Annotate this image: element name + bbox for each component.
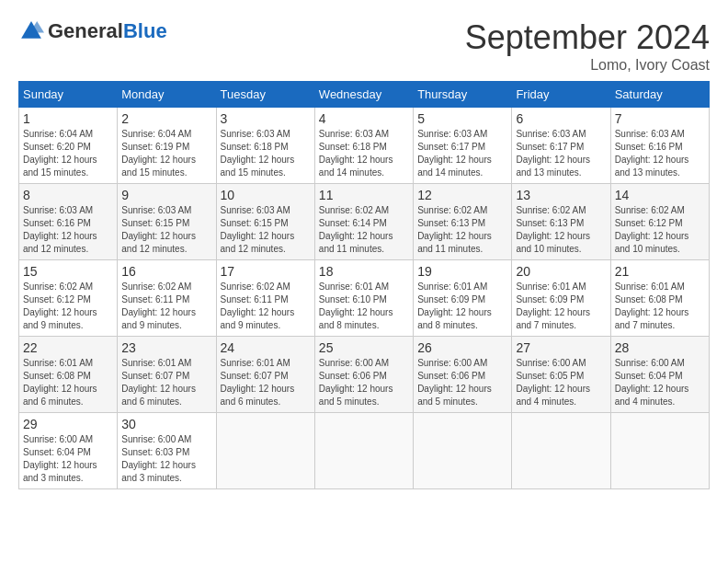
logo-blue: Blue <box>123 19 167 42</box>
day-content-17: Sunrise: 6:02 AM Sunset: 6:11 PM Dayligh… <box>221 281 311 332</box>
day-content-28: Sunrise: 6:00 AM Sunset: 6:04 PM Dayligh… <box>615 357 705 408</box>
day-content-8: Sunrise: 6:03 AM Sunset: 6:16 PM Dayligh… <box>23 204 113 256</box>
day-content-18: Sunrise: 6:01 AM Sunset: 6:10 PM Dayligh… <box>319 281 409 332</box>
day-cell-11: 11 Sunrise: 6:02 AM Sunset: 6:14 PM Dayl… <box>314 184 413 260</box>
day-number-17: 17 <box>221 264 311 279</box>
day-content-1: Sunrise: 6:04 AM Sunset: 6:20 PM Dayligh… <box>23 128 113 179</box>
day-number-6: 6 <box>516 111 606 126</box>
day-number-2: 2 <box>121 111 211 126</box>
day-content-3: Sunrise: 6:03 AM Sunset: 6:18 PM Dayligh… <box>221 128 311 179</box>
day-content-30: Sunrise: 6:00 AM Sunset: 6:03 PM Dayligh… <box>121 433 211 485</box>
day-content-23: Sunrise: 6:01 AM Sunset: 6:07 PM Dayligh… <box>121 357 211 408</box>
weekday-header-row: Sunday Monday Tuesday Wednesday Thursday… <box>19 82 710 108</box>
day-number-4: 4 <box>319 111 409 126</box>
week-row-2: 8 Sunrise: 6:03 AM Sunset: 6:16 PM Dayli… <box>19 184 710 260</box>
day-number-12: 12 <box>417 188 507 202</box>
empty-cell-4-4 <box>414 413 512 489</box>
week-row-5: 29 Sunrise: 6:00 AM Sunset: 6:04 PM Dayl… <box>19 413 710 489</box>
empty-cell-4-2 <box>216 413 314 489</box>
day-cell-16: 16 Sunrise: 6:02 AM Sunset: 6:11 PM Dayl… <box>118 260 216 337</box>
day-cell-9: 9 Sunrise: 6:03 AM Sunset: 6:15 PM Dayli… <box>118 184 216 260</box>
day-number-16: 16 <box>121 264 211 279</box>
day-content-13: Sunrise: 6:02 AM Sunset: 6:13 PM Dayligh… <box>516 204 606 256</box>
header-saturday: Saturday <box>610 82 709 108</box>
day-cell-14: 14 Sunrise: 6:02 AM Sunset: 6:12 PM Dayl… <box>610 184 709 260</box>
day-number-13: 13 <box>516 188 606 202</box>
day-cell-24: 24 Sunrise: 6:01 AM Sunset: 6:07 PM Dayl… <box>216 337 314 413</box>
day-content-25: Sunrise: 6:00 AM Sunset: 6:06 PM Dayligh… <box>319 357 409 408</box>
day-cell-4: 4 Sunrise: 6:03 AM Sunset: 6:18 PM Dayli… <box>314 108 413 184</box>
day-number-11: 11 <box>319 188 409 202</box>
month-title: September 2024 <box>465 18 710 57</box>
day-number-19: 19 <box>417 264 507 279</box>
day-number-8: 8 <box>23 188 113 202</box>
week-row-4: 22 Sunrise: 6:01 AM Sunset: 6:08 PM Dayl… <box>19 337 710 413</box>
day-cell-26: 26 Sunrise: 6:00 AM Sunset: 6:06 PM Dayl… <box>414 337 512 413</box>
day-cell-5: 5 Sunrise: 6:03 AM Sunset: 6:17 PM Dayli… <box>414 108 512 184</box>
day-content-15: Sunrise: 6:02 AM Sunset: 6:12 PM Dayligh… <box>23 281 113 332</box>
empty-cell-4-5 <box>512 413 610 489</box>
day-cell-1: 1 Sunrise: 6:04 AM Sunset: 6:20 PM Dayli… <box>19 108 118 184</box>
day-content-29: Sunrise: 6:00 AM Sunset: 6:04 PM Dayligh… <box>23 433 113 485</box>
day-content-26: Sunrise: 6:00 AM Sunset: 6:06 PM Dayligh… <box>417 357 507 408</box>
day-number-9: 9 <box>121 188 211 202</box>
day-content-2: Sunrise: 6:04 AM Sunset: 6:19 PM Dayligh… <box>121 128 211 179</box>
day-number-7: 7 <box>615 111 705 126</box>
day-cell-18: 18 Sunrise: 6:01 AM Sunset: 6:10 PM Dayl… <box>314 260 413 337</box>
day-cell-13: 13 Sunrise: 6:02 AM Sunset: 6:13 PM Dayl… <box>512 184 610 260</box>
day-number-22: 22 <box>23 340 113 355</box>
day-number-3: 3 <box>221 111 311 126</box>
day-cell-22: 22 Sunrise: 6:01 AM Sunset: 6:08 PM Dayl… <box>19 337 118 413</box>
day-cell-15: 15 Sunrise: 6:02 AM Sunset: 6:12 PM Dayl… <box>19 260 118 337</box>
empty-cell-4-3 <box>314 413 413 489</box>
day-cell-19: 19 Sunrise: 6:01 AM Sunset: 6:09 PM Dayl… <box>414 260 512 337</box>
day-content-16: Sunrise: 6:02 AM Sunset: 6:11 PM Dayligh… <box>121 281 211 332</box>
day-cell-29: 29 Sunrise: 6:00 AM Sunset: 6:04 PM Dayl… <box>19 413 118 489</box>
day-cell-2: 2 Sunrise: 6:04 AM Sunset: 6:19 PM Dayli… <box>118 108 216 184</box>
header-friday: Friday <box>512 82 610 108</box>
day-content-24: Sunrise: 6:01 AM Sunset: 6:07 PM Dayligh… <box>221 357 311 408</box>
day-number-1: 1 <box>23 111 113 126</box>
day-content-19: Sunrise: 6:01 AM Sunset: 6:09 PM Dayligh… <box>417 281 507 332</box>
day-content-11: Sunrise: 6:02 AM Sunset: 6:14 PM Dayligh… <box>319 204 409 256</box>
logo-general: General <box>48 19 123 42</box>
day-cell-23: 23 Sunrise: 6:01 AM Sunset: 6:07 PM Dayl… <box>118 337 216 413</box>
day-cell-20: 20 Sunrise: 6:01 AM Sunset: 6:09 PM Dayl… <box>512 260 610 337</box>
day-number-15: 15 <box>23 264 113 279</box>
day-content-4: Sunrise: 6:03 AM Sunset: 6:18 PM Dayligh… <box>319 128 409 179</box>
day-cell-27: 27 Sunrise: 6:00 AM Sunset: 6:05 PM Dayl… <box>512 337 610 413</box>
day-cell-21: 21 Sunrise: 6:01 AM Sunset: 6:08 PM Dayl… <box>610 260 709 337</box>
day-number-18: 18 <box>319 264 409 279</box>
day-content-14: Sunrise: 6:02 AM Sunset: 6:12 PM Dayligh… <box>615 204 705 256</box>
day-number-28: 28 <box>615 340 705 355</box>
logo: GeneralBlue <box>18 18 167 44</box>
day-cell-17: 17 Sunrise: 6:02 AM Sunset: 6:11 PM Dayl… <box>216 260 314 337</box>
day-content-27: Sunrise: 6:00 AM Sunset: 6:05 PM Dayligh… <box>516 357 606 408</box>
header-tuesday: Tuesday <box>216 82 314 108</box>
day-cell-30: 30 Sunrise: 6:00 AM Sunset: 6:03 PM Dayl… <box>118 413 216 489</box>
day-content-7: Sunrise: 6:03 AM Sunset: 6:16 PM Dayligh… <box>615 128 705 179</box>
day-content-9: Sunrise: 6:03 AM Sunset: 6:15 PM Dayligh… <box>121 204 211 256</box>
week-row-3: 15 Sunrise: 6:02 AM Sunset: 6:12 PM Dayl… <box>19 260 710 337</box>
day-number-10: 10 <box>221 188 311 202</box>
day-number-25: 25 <box>319 340 409 355</box>
day-content-12: Sunrise: 6:02 AM Sunset: 6:13 PM Dayligh… <box>417 204 507 256</box>
day-cell-6: 6 Sunrise: 6:03 AM Sunset: 6:17 PM Dayli… <box>512 108 610 184</box>
day-number-27: 27 <box>516 340 606 355</box>
day-cell-8: 8 Sunrise: 6:03 AM Sunset: 6:16 PM Dayli… <box>19 184 118 260</box>
day-number-24: 24 <box>221 340 311 355</box>
day-number-20: 20 <box>516 264 606 279</box>
day-number-23: 23 <box>121 340 211 355</box>
day-content-22: Sunrise: 6:01 AM Sunset: 6:08 PM Dayligh… <box>23 357 113 408</box>
logo-icon <box>18 18 44 44</box>
header-thursday: Thursday <box>414 82 512 108</box>
header-monday: Monday <box>118 82 216 108</box>
day-cell-10: 10 Sunrise: 6:03 AM Sunset: 6:15 PM Dayl… <box>216 184 314 260</box>
day-cell-28: 28 Sunrise: 6:00 AM Sunset: 6:04 PM Dayl… <box>610 337 709 413</box>
day-content-20: Sunrise: 6:01 AM Sunset: 6:09 PM Dayligh… <box>516 281 606 332</box>
day-number-30: 30 <box>121 417 211 431</box>
location: Lomo, Ivory Coast <box>465 57 710 74</box>
day-cell-3: 3 Sunrise: 6:03 AM Sunset: 6:18 PM Dayli… <box>216 108 314 184</box>
day-number-5: 5 <box>417 111 507 126</box>
day-content-21: Sunrise: 6:01 AM Sunset: 6:08 PM Dayligh… <box>615 281 705 332</box>
